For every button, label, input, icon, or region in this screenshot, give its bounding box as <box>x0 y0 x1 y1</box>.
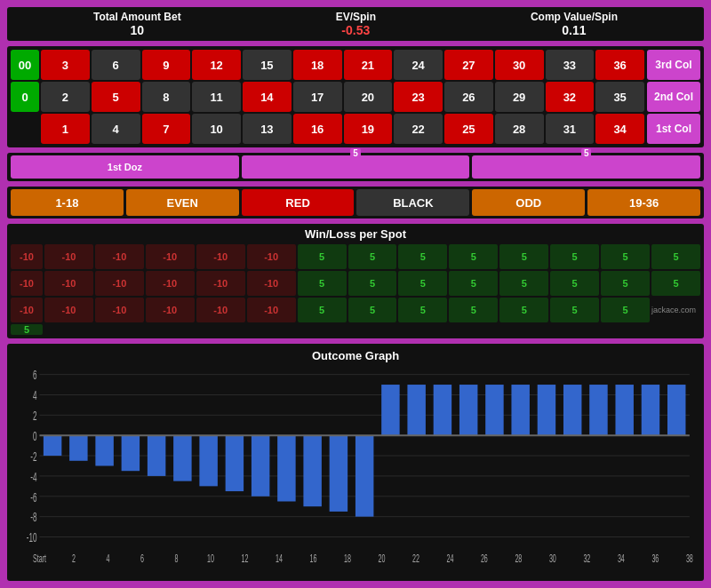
svg-rect-27 <box>277 435 295 501</box>
bet-19-36[interactable]: 19-36 <box>587 189 700 216</box>
num-cell-17[interactable]: 17 <box>293 82 342 112</box>
wl-zero-row1: -10 <box>11 271 43 296</box>
num-cell-5[interactable]: 5 <box>92 82 140 112</box>
dozen-1st[interactable]: 1st Doz <box>11 155 239 179</box>
num-cell-24[interactable]: 24 <box>394 50 443 80</box>
bet-red[interactable]: RED <box>242 189 355 216</box>
svg-rect-22 <box>148 435 165 476</box>
num-cell-8[interactable]: 8 <box>142 82 191 112</box>
svg-rect-32 <box>407 385 425 435</box>
wl-cell-r2-c9: 5 <box>499 298 548 322</box>
watermark: jackace.com <box>651 298 700 322</box>
num-cell-20[interactable]: 20 <box>344 82 393 112</box>
num-cell-23[interactable]: 23 <box>394 82 443 112</box>
zero-0[interactable]: 0 <box>11 82 39 112</box>
wl-cell-r0-c6: 5 <box>348 244 397 269</box>
wl-cell-r1-c4: -10 <box>247 271 296 296</box>
svg-text:14: 14 <box>276 552 283 565</box>
num-cell-18[interactable]: 18 <box>293 50 342 80</box>
svg-text:4: 4 <box>106 552 109 565</box>
wl-cell-r1-c9: 5 <box>499 271 548 296</box>
outside-row: 1-18 EVEN RED BLACK ODD 19-36 <box>7 187 704 219</box>
ev-spin-value: -0.53 <box>336 23 376 37</box>
bet-even[interactable]: EVEN <box>126 189 239 216</box>
svg-rect-34 <box>459 385 477 435</box>
svg-rect-39 <box>589 385 607 435</box>
svg-text:6: 6 <box>33 368 37 384</box>
num-cell-31[interactable]: 31 <box>546 114 595 144</box>
num-cell-12[interactable]: 12 <box>192 50 241 80</box>
num-cell-16[interactable]: 16 <box>293 114 342 144</box>
num-cell-14[interactable]: 14 <box>243 82 292 112</box>
svg-rect-23 <box>173 435 191 481</box>
zero-00[interactable]: 00 <box>11 50 39 80</box>
svg-rect-21 <box>122 435 140 471</box>
roulette-board: 00 0 36912151821242730333625811141720232… <box>7 46 704 147</box>
wl-cell-r2-c8: 5 <box>449 298 498 322</box>
num-cell-33[interactable]: 33 <box>546 50 595 80</box>
num-cell-26[interactable]: 26 <box>444 82 493 112</box>
wl-cell-r1-c10: 5 <box>550 271 599 296</box>
svg-text:-4: -4 <box>30 469 36 485</box>
num-cell-7[interactable]: 7 <box>142 114 191 144</box>
bet-black[interactable]: BLACK <box>356 189 469 216</box>
num-cell-36[interactable]: 36 <box>595 50 644 80</box>
svg-text:16: 16 <box>309 552 316 565</box>
wl-cell-r0-c7: 5 <box>398 244 447 269</box>
svg-text:22: 22 <box>412 552 419 565</box>
num-cell-30[interactable]: 30 <box>495 50 544 80</box>
wl-cell-r1-c7: 5 <box>398 271 447 296</box>
num-cell-35[interactable]: 35 <box>595 82 644 112</box>
wl-cell-r1-c5: 5 <box>298 271 347 296</box>
num-cell-27[interactable]: 27 <box>444 50 493 80</box>
wl-cell-r1-c3: -10 <box>196 271 245 296</box>
col-label-2nd[interactable]: 2nd Col <box>647 82 700 112</box>
winloss-grid: -10-10-10-10-10-1055555555-10-10-10-10-1… <box>11 244 700 335</box>
bet-odd[interactable]: ODD <box>472 189 585 216</box>
svg-text:36: 36 <box>651 552 659 565</box>
num-cell-28[interactable]: 28 <box>495 114 544 144</box>
svg-text:34: 34 <box>618 552 625 565</box>
wl-cell-r0-c2: -10 <box>146 244 195 269</box>
svg-rect-36 <box>511 385 529 435</box>
num-cell-19[interactable]: 19 <box>344 114 393 144</box>
wl-cell-r0-c10: 5 <box>550 244 599 269</box>
svg-rect-31 <box>381 385 399 435</box>
graph-svg: -10-8-6-4-20246Start24681012141618202224… <box>12 366 699 571</box>
num-cell-6[interactable]: 6 <box>92 50 140 80</box>
bet-1-18[interactable]: 1-18 <box>11 189 124 216</box>
svg-text:32: 32 <box>583 552 590 565</box>
num-cell-2[interactable]: 2 <box>41 82 90 112</box>
num-cell-1[interactable]: 1 <box>41 114 90 144</box>
svg-text:0: 0 <box>33 428 37 444</box>
dozen-2nd[interactable]: 5 <box>242 155 470 179</box>
wl-cell-r2-c10: 5 <box>550 298 599 322</box>
num-cell-4[interactable]: 4 <box>92 114 140 144</box>
svg-text:-6: -6 <box>30 489 36 505</box>
num-cell-11[interactable]: 11 <box>192 82 241 112</box>
svg-rect-29 <box>330 435 348 512</box>
wl-cell-r2-c12: 5 <box>11 324 43 335</box>
col-label-1st[interactable]: 1st Col <box>647 114 700 144</box>
num-cell-21[interactable]: 21 <box>344 50 393 80</box>
num-cell-15[interactable]: 15 <box>243 50 292 80</box>
dozen-3rd[interactable]: 5 <box>472 155 700 179</box>
num-cell-3[interactable]: 3 <box>41 50 90 80</box>
num-cell-32[interactable]: 32 <box>546 82 595 112</box>
wl-cell-r1-c8: 5 <box>449 271 498 296</box>
num-cell-22[interactable]: 22 <box>394 114 443 144</box>
num-cell-9[interactable]: 9 <box>142 50 191 80</box>
num-cell-34[interactable]: 34 <box>595 114 644 144</box>
svg-text:-8: -8 <box>30 510 36 526</box>
num-cell-29[interactable]: 29 <box>495 82 544 112</box>
wl-cell-r2-c0: -10 <box>44 298 93 322</box>
wl-cell-r0-c8: 5 <box>449 244 498 269</box>
svg-text:30: 30 <box>549 552 556 565</box>
num-cell-13[interactable]: 13 <box>243 114 292 144</box>
wl-cell-r0-c11: 5 <box>601 244 650 269</box>
col-label-3rd[interactable]: 3rd Col <box>647 50 700 80</box>
graph-section: Outcome Graph -10-8-6-4-20246Start246810… <box>7 344 704 581</box>
num-cell-25[interactable]: 25 <box>444 114 493 144</box>
wl-cell-r1-c11: 5 <box>601 271 650 296</box>
num-cell-10[interactable]: 10 <box>192 114 241 144</box>
